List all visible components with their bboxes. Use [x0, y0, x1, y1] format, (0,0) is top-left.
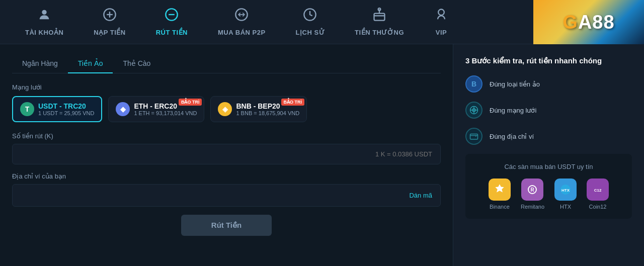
nav-item-nap-tien-label: NẠP TIỀN — [94, 29, 125, 36]
exchange-binance[interactable]: Binance — [489, 179, 511, 210]
exchange-logos: Binance R Remitano HTX HTX C12 — [474, 179, 623, 210]
right-panel: 3 Bước kiểm tra, rút tiền nhanh chóng B … — [453, 44, 644, 266]
paste-button[interactable]: Dán mã — [409, 192, 432, 199]
svg-point-0 — [42, 10, 47, 15]
top-navigation: TÀI KHOẢN NẠP TIỀN RÚT TIỀN MUA BÁN P2P — [0, 0, 644, 44]
step-3-text: Đúng địa chỉ ví — [490, 133, 534, 140]
tab-the-cao[interactable]: Thẻ Cào — [113, 54, 160, 73]
nav-item-rut-tien-label: RÚT TIỀN — [156, 29, 188, 36]
submit-area: Rút Tiền — [12, 215, 441, 236]
exchange-coin12[interactable]: C12 Coin12 — [587, 179, 609, 210]
exchange-remitano[interactable]: R Remitano — [521, 179, 544, 210]
step-2: Đúng mạng lưới — [465, 102, 632, 119]
card-name-usdt: USDT - TRC20 — [38, 102, 94, 110]
nav-item-tien-thuong-label: TIỀN THƯỞNG — [355, 29, 404, 36]
rut-tien-icon — [165, 8, 179, 25]
vip-icon — [434, 8, 448, 25]
wallet-label: Địa chỉ ví của bạn — [12, 172, 441, 180]
network-card-bnb-bep20[interactable]: BẢO TRÌ ◈ BNB - BEP20 1 BNB = 18,675,904… — [210, 96, 307, 122]
card-rate-usdt: 1 USDT = 25,905 VND — [38, 110, 94, 116]
svg-point-11 — [438, 10, 444, 16]
left-panel: Ngân Hàng Tiền Ảo Thẻ Cào Mạng lưới T US… — [0, 44, 453, 266]
wallet-input[interactable] — [21, 192, 409, 199]
tien-thuong-icon — [372, 8, 386, 25]
network-cards-list: T USDT - TRC20 1 USDT = 25,905 VND BẢO T… — [12, 96, 441, 122]
card-rate-bnb: 1 BNB = 18,675,904 VND — [236, 110, 299, 116]
card-rate-eth: 1 ETH = 93,173,014 VND — [134, 110, 197, 116]
nav-item-vip[interactable]: VIP — [419, 0, 463, 44]
coin-icon-bnb: ◈ — [218, 102, 232, 116]
nav-item-tai-khoan-label: TÀI KHOẢN — [25, 29, 63, 36]
amount-field[interactable] — [12, 144, 441, 164]
exchange-title: Các sàn mua bán USDT uy tín — [474, 163, 623, 170]
lich-su-icon — [303, 8, 317, 25]
step-3: Đúng địa chỉ ví — [465, 128, 632, 145]
coin12-logo: C12 — [587, 179, 609, 201]
svg-text:C12: C12 — [594, 188, 602, 193]
nav-item-tien-thuong[interactable]: TIỀN THƯỞNG — [340, 0, 419, 44]
binance-name: Binance — [490, 204, 510, 210]
network-card-usdt-trc20[interactable]: T USDT - TRC20 1 USDT = 25,905 VND — [12, 96, 102, 122]
svg-rect-8 — [374, 14, 385, 21]
step-2-icon — [465, 102, 482, 119]
svg-marker-17 — [495, 184, 504, 192]
tab-bar: Ngân Hàng Tiền Ảo Thẻ Cào — [12, 54, 441, 73]
amount-label: Số tiền rút (K) — [12, 132, 441, 140]
main-content: Ngân Hàng Tiền Ảo Thẻ Cào Mạng lưới T US… — [0, 44, 644, 266]
amount-input[interactable] — [21, 150, 432, 158]
nap-tien-icon — [103, 8, 117, 25]
tab-ngan-hang[interactable]: Ngân Hàng — [12, 54, 68, 73]
right-panel-title: 3 Bước kiểm tra, rút tiền nhanh chóng — [465, 56, 632, 65]
wallet-section: Địa chỉ ví của bạn Dán mã — [12, 172, 441, 207]
nav-item-mua-ban-p2p[interactable]: MUA BÁN P2P — [203, 0, 281, 44]
nav-item-vip-label: VIP — [436, 29, 447, 36]
svg-text:HTX: HTX — [561, 188, 570, 193]
binance-logo — [489, 179, 511, 201]
bao-tri-badge-eth: BẢO TRÌ — [179, 99, 202, 106]
coin12-name: Coin12 — [589, 204, 607, 210]
mua-ban-p2p-icon — [234, 8, 249, 25]
submit-button[interactable]: Rút Tiền — [181, 215, 272, 236]
step-2-text: Đúng mạng lưới — [490, 107, 536, 114]
nav-item-lich-su[interactable]: LỊCH SỬ — [281, 0, 340, 44]
nav-item-nap-tien[interactable]: NẠP TIỀN — [78, 0, 140, 44]
htx-name: HTX — [560, 204, 571, 210]
nav-item-rut-tien[interactable]: RÚT TIỀN — [141, 0, 203, 44]
network-card-eth-erc20[interactable]: BẢO TRÌ ◆ ETH - ERC20 1 ETH = 93,173,014… — [108, 96, 204, 122]
step-1-text: Đúng loại tiền ảo — [490, 80, 540, 88]
step-3-icon — [465, 128, 482, 145]
svg-text:R: R — [531, 187, 535, 193]
exchange-htx[interactable]: HTX HTX — [554, 179, 577, 210]
card-info-usdt: USDT - TRC20 1 USDT = 25,905 VND — [38, 102, 94, 116]
tab-tien-ao[interactable]: Tiền Ảo — [68, 54, 113, 73]
logo: GA88 — [533, 0, 644, 44]
network-section-label: Mạng lưới — [12, 83, 441, 91]
nav-item-lich-su-label: LỊCH SỬ — [296, 29, 325, 36]
step-1: B Đúng loại tiền ảo — [465, 75, 632, 93]
wallet-field[interactable]: Dán mã — [12, 184, 441, 207]
htx-logo: HTX — [554, 179, 577, 201]
logo-text: GA88 — [562, 12, 614, 33]
remitano-logo: R — [521, 179, 543, 201]
tai-khoan-icon — [37, 8, 51, 25]
coin-icon-usdt: T — [20, 102, 34, 116]
svg-rect-16 — [470, 134, 478, 140]
amount-section: Số tiền rút (K) — [12, 132, 441, 164]
remitano-name: Remitano — [521, 204, 544, 210]
step-1-icon: B — [465, 75, 482, 93]
bao-tri-badge-bnb: BẢO TRÌ — [281, 99, 305, 106]
coin-icon-eth: ◆ — [116, 102, 130, 116]
nav-item-mua-ban-p2p-label: MUA BÁN P2P — [218, 29, 266, 36]
exchange-section: Các sàn mua bán USDT uy tín Binance R Re… — [465, 154, 632, 219]
nav-item-tai-khoan[interactable]: TÀI KHOẢN — [10, 0, 78, 44]
